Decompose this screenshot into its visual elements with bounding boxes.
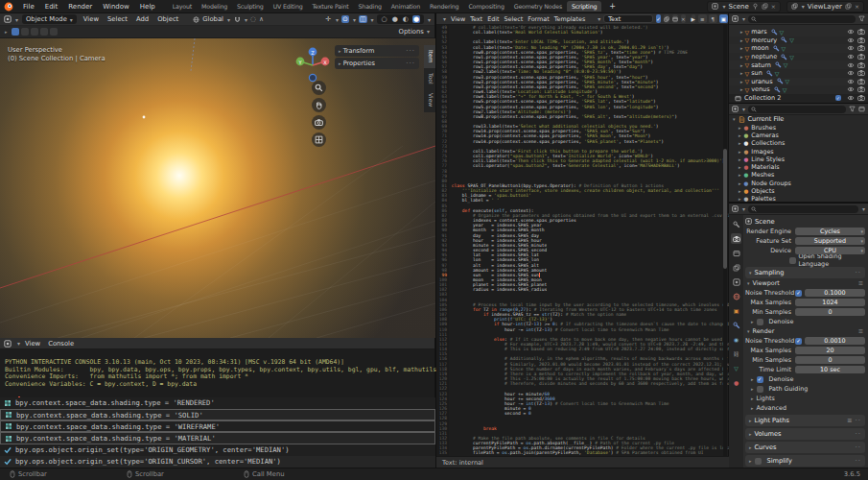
disclosure-icon[interactable]: ▸ <box>740 70 743 76</box>
disclosure-icon[interactable]: ▸ <box>739 196 741 202</box>
tab-geometry-nodes[interactable]: Geometry Nodes <box>509 1 567 12</box>
prop-value[interactable]: 0.0010 <box>805 337 865 345</box>
syntax-highlight-toggle[interactable]: ▣ <box>719 14 728 23</box>
menu-text[interactable]: Text <box>468 15 484 23</box>
word-wrap-toggle[interactable]: ¶ <box>709 14 717 23</box>
panel-volumes[interactable]: ▸Volumes·· <box>745 428 865 440</box>
tab-view-layer[interactable] <box>731 262 741 273</box>
disclosure-icon[interactable]: ▸ <box>739 164 741 170</box>
eye-icon[interactable] <box>847 85 855 93</box>
outliner-object-row[interactable]: ▸▽venus▽ <box>729 85 868 94</box>
panel-light-paths[interactable]: ▸Light Paths≡·· <box>745 415 865 426</box>
sidebar-tab-view[interactable]: View <box>424 88 435 111</box>
properties-search-input[interactable] <box>748 205 858 213</box>
menu-format[interactable]: Format <box>526 15 551 23</box>
code-area[interactable]: 49 # col.label(text='Or everything alrea… <box>436 25 729 468</box>
line-numbers-toggle[interactable]: ≡ <box>698 14 707 23</box>
menu-view[interactable]: View <box>25 340 40 348</box>
sidebar-tab-tool[interactable]: Tool <box>424 68 435 89</box>
viewport-canvas[interactable]: User Perspective (0) Scene Collection | … <box>0 38 435 338</box>
display-mode-icon[interactable] <box>732 15 739 22</box>
tab-scripting[interactable]: Scripting <box>567 1 601 12</box>
eye-icon[interactable] <box>847 28 855 36</box>
tool-toggle[interactable] <box>31 28 38 36</box>
checkbox[interactable]: ✓ <box>757 376 763 383</box>
menu-edit[interactable]: Edit <box>40 2 63 12</box>
field-value-dropdown[interactable]: CPU▾ <box>795 247 865 254</box>
open-text-button[interactable] <box>672 14 678 23</box>
preset-menu-icon[interactable]: ≡ <box>858 327 863 335</box>
blend-file-row[interactable]: ▸●Materials <box>729 163 868 171</box>
pan-button[interactable] <box>312 98 326 112</box>
tab-constraints[interactable]: ⛓ <box>731 348 741 359</box>
collection-checkbox[interactable]: ✓ <box>835 95 841 101</box>
proportional-edit-icon[interactable]: ◌ <box>250 15 256 23</box>
outliner-collection-row[interactable]: Collection 2 ✓ <box>729 94 868 103</box>
collapse-advanced[interactable]: ▸Advanced <box>745 403 865 413</box>
outliner-search-input[interactable] <box>748 15 856 23</box>
new-text-button[interactable] <box>664 14 669 23</box>
disclosure-icon[interactable]: ▸ <box>739 149 741 155</box>
toggle-path-guiding[interactable]: ▸Path Guiding <box>745 384 865 394</box>
eye-icon[interactable] <box>847 78 855 85</box>
zoom-button[interactable] <box>312 81 326 95</box>
prop-value[interactable]: 1024 <box>795 299 865 306</box>
checkbox[interactable]: ✓ <box>795 338 802 345</box>
menu-object[interactable]: Object <box>154 15 181 23</box>
preset-menu-icon[interactable]: ≡ <box>847 417 853 424</box>
disclosure-icon[interactable]: ▸ <box>740 86 743 92</box>
editor-type-icon[interactable] <box>4 340 12 348</box>
proportional-falloff-icon[interactable]: ∧ <box>259 15 264 23</box>
eye-icon[interactable] <box>847 94 855 102</box>
menu-select[interactable]: Select <box>503 15 526 23</box>
subpanel-render[interactable]: ▾Render≡ <box>745 326 865 336</box>
menu-view[interactable]: View <box>81 15 102 23</box>
disclosure-icon[interactable]: ▸ <box>739 156 741 162</box>
snap-magnet-icon[interactable] <box>234 16 241 23</box>
pin-icon[interactable] <box>752 3 759 10</box>
tab-shading[interactable]: Shading <box>354 1 387 12</box>
mode-selector[interactable]: Object Mode ▾ <box>22 14 77 24</box>
toggle-denoise[interactable]: ▸✓Denoise <box>745 374 865 384</box>
subpanel-viewport[interactable]: ▾Viewport≡ <box>745 278 865 288</box>
tab-compositing[interactable]: Compositing <box>463 1 508 12</box>
blend-file-row[interactable]: ▸●Palettes <box>729 195 868 203</box>
disclosure-icon[interactable]: ▸ <box>740 54 743 60</box>
menu-render[interactable]: Render <box>63 2 97 12</box>
blend-file-row[interactable]: ▸●Collections <box>729 139 868 147</box>
blend-file-row[interactable]: ▸●Brushes <box>729 124 868 132</box>
prop-value[interactable]: 20 <box>795 347 865 354</box>
toggle-denoise[interactable]: ▸Denoise <box>745 317 865 326</box>
transform-panel-header[interactable]: ▸ Transform ··· <box>335 45 419 57</box>
toggle-perspective-button[interactable] <box>312 132 326 147</box>
orientation-label[interactable]: Global <box>202 15 223 23</box>
tab-modifiers[interactable] <box>731 320 741 330</box>
prop-value[interactable]: 0 <box>795 308 865 316</box>
tab-scene[interactable] <box>731 276 741 287</box>
field-value-dropdown[interactable]: Cycles▾ <box>795 228 865 235</box>
outliner-object-row[interactable]: ▸▽saturn▽ <box>729 60 868 69</box>
field-value-dropdown[interactable]: Supported▾ <box>795 237 865 245</box>
shading-solid-icon[interactable]: ● <box>391 15 399 23</box>
disclosure-icon[interactable]: ▸ <box>739 188 741 194</box>
tab-layout[interactable]: Layout <box>168 1 197 12</box>
menu-file[interactable]: File <box>18 2 39 12</box>
disclosure-icon[interactable]: ▸ <box>739 172 741 178</box>
disclosure-icon[interactable]: ▸ <box>740 37 743 43</box>
checkbox[interactable]: ✓ <box>795 290 802 297</box>
tab-physics[interactable]: ◉ <box>731 334 741 345</box>
current-file-row[interactable]: ▾ Current File <box>729 115 868 124</box>
outliner-object-row[interactable]: ▸▽moon▽ <box>729 44 868 53</box>
tab-sculpting[interactable]: Sculpting <box>232 1 269 12</box>
camera-view-button[interactable] <box>312 115 326 130</box>
outliner-object-row[interactable]: ▸▽neptune▽ <box>729 53 868 61</box>
tool-expand-icon[interactable]: ▸ <box>5 29 8 35</box>
outliner-object-row[interactable]: ▸▽sun▽ <box>729 69 868 78</box>
checkbox[interactable] <box>757 386 763 393</box>
camera-icon[interactable] <box>857 69 865 77</box>
outliner-search-input[interactable] <box>748 106 846 113</box>
disclosure-icon[interactable]: ▸ <box>740 79 743 84</box>
camera-icon[interactable] <box>857 53 865 60</box>
panel-simplify[interactable]: ▸Simplify·· <box>745 455 865 467</box>
disclosure-icon[interactable]: ▸ <box>739 180 741 186</box>
